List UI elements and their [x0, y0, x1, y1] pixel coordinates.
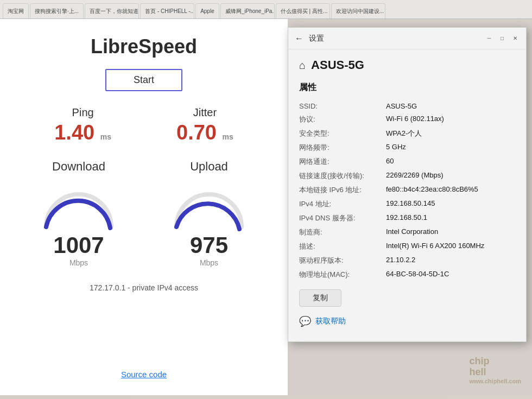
download-unit: Mbps [69, 258, 88, 267]
tab-baidu[interactable]: 百度一下，你就知道 [85, 3, 139, 18]
upload-gauge: Upload 975 Mbps [166, 160, 252, 267]
wifi-home-icon: ⌂ [299, 59, 306, 72]
property-value: ASUS-5G [386, 100, 515, 112]
property-row: 本地链接 IPv6 地址:fe80::b4c4:23ea:c80:8cB6%5 [299, 183, 515, 197]
jitter-value: 0.70 ms [176, 121, 233, 144]
property-value: 21.10.2.2 [386, 254, 515, 268]
settings-title-text: 设置 [309, 34, 324, 43]
copy-button[interactable]: 复制 [299, 289, 341, 307]
property-row: 安全类型:WPA2-个人 [299, 126, 515, 141]
property-row: 网络频带:5 GHz [299, 141, 515, 155]
property-key: 安全类型: [299, 126, 386, 141]
property-row: 物理地址(MAC):64-BC-58-04-5D-1C [299, 268, 515, 282]
property-row: 制造商:Intel Corporation [299, 225, 515, 239]
start-button[interactable]: Start [105, 69, 182, 91]
metrics-row: Ping 1.40 ms Jitter 0.70 ms [54, 106, 233, 144]
chiphell-watermark: chiphell www.chiphell.com [469, 356, 521, 384]
property-row: 网络通道:60 [299, 155, 515, 169]
settings-panel: ← 设置 ─ □ ✕ ⌂ ASUS-5G 属性 SSID:ASUS-5G协议:W… [288, 27, 527, 342]
property-key: IPv4 DNS 服务器: [299, 211, 386, 225]
property-key: 网络通道: [299, 155, 386, 169]
property-row: 描述:Intel(R) Wi-Fi 6 AX200 160MHz [299, 239, 515, 254]
upload-value: 975 [190, 232, 228, 258]
tab-sougou[interactable]: 搜狗搜索引擎·上... [30, 3, 84, 18]
tab-cbc[interactable]: 欢迎访问中国建设... [331, 3, 385, 18]
property-value: WPA2-个人 [386, 126, 515, 141]
property-key: 制造商: [299, 225, 386, 239]
tab-chiphell[interactable]: 首页 - CHIPHELL -... [140, 3, 194, 18]
jitter-label: Jitter [193, 106, 217, 119]
speed-row: Download 1007 Mbps Upload [35, 160, 252, 267]
settings-titlebar: ← 设置 ─ □ ✕ [288, 28, 526, 49]
settings-window-controls: ─ □ ✕ [485, 34, 520, 43]
wifi-name: ASUS-5G [311, 58, 364, 72]
property-row: IPv4 DNS 服务器:192.168.50.1 [299, 211, 515, 225]
ping-label: Ping [72, 106, 94, 119]
tab-taobao[interactable]: 淘宝网 [3, 3, 29, 18]
property-value: fe80::b4c4:23ea:c80:8cB6%5 [386, 183, 515, 197]
property-key: 协议: [299, 112, 386, 126]
screenshot-area: LibreSpeed Start Ping 1.40 ms Jitter 0.7… [0, 19, 532, 395]
tab-apple[interactable]: Apple [195, 3, 219, 18]
close-button[interactable]: ✕ [511, 34, 520, 43]
browser-tabs-bar: 淘宝网 搜狗搜索引擎·上... 百度一下，你就知道 首页 - CHIPHELL … [0, 0, 532, 19]
property-value: 60 [386, 155, 515, 169]
help-section: 💬 获取帮助 [299, 315, 515, 327]
property-key: 网络频带: [299, 141, 386, 155]
download-label: Download [52, 160, 105, 174]
property-value: 2269/2269 (Mbps) [386, 169, 515, 183]
property-row: 协议:Wi-Fi 6 (802.11ax) [299, 112, 515, 126]
property-key: 链接速度(接收/传输): [299, 169, 386, 183]
property-key: 本地链接 IPv6 地址: [299, 183, 386, 197]
property-value: 64-BC-58-04-5D-1C [386, 268, 515, 282]
property-row: IPv4 地址:192.168.50.145 [299, 197, 515, 211]
property-table: SSID:ASUS-5G协议:Wi-Fi 6 (802.11ax)安全类型:WP… [299, 100, 515, 282]
minimize-button[interactable]: ─ [485, 34, 493, 43]
librespeed-page: LibreSpeed Start Ping 1.40 ms Jitter 0.7… [0, 19, 288, 395]
help-icon: 💬 [299, 315, 311, 327]
property-key: SSID: [299, 100, 386, 112]
property-key: IPv4 地址: [299, 197, 386, 211]
librespeed-browser: LibreSpeed Start Ping 1.40 ms Jitter 0.7… [0, 19, 288, 395]
property-row: 链接速度(接收/传输):2269/2269 (Mbps) [299, 169, 515, 183]
section-title: 属性 [299, 82, 515, 93]
wifi-header: ⌂ ASUS-5G [299, 58, 515, 72]
property-value: 5 GHz [386, 141, 515, 155]
settings-body: ⌂ ASUS-5G 属性 SSID:ASUS-5G协议:Wi-Fi 6 (802… [288, 49, 526, 341]
property-value: 192.168.50.1 [386, 211, 515, 225]
settings-back-button[interactable]: ← [295, 34, 303, 43]
jitter-metric: Jitter 0.70 ms [176, 106, 233, 144]
upload-gauge-svg [166, 178, 252, 232]
source-code-link[interactable]: Source code [121, 370, 167, 379]
property-value: Intel Corporation [386, 225, 515, 239]
property-key: 驱动程序版本: [299, 254, 386, 268]
ping-metric: Ping 1.40 ms [54, 106, 111, 144]
download-value: 1007 [53, 232, 104, 258]
maximize-button[interactable]: □ [498, 34, 506, 43]
property-value: Wi-Fi 6 (802.11ax) [386, 112, 515, 126]
property-key: 物理地址(MAC): [299, 268, 386, 282]
property-value: Intel(R) Wi-Fi 6 AX200 160MHz [386, 239, 515, 254]
property-row: SSID:ASUS-5G [299, 100, 515, 112]
upload-label: Upload [190, 160, 228, 174]
librespeed-title: LibreSpeed [91, 35, 197, 58]
tab-weifeng[interactable]: 威锋网_iPhone_iPa... [220, 3, 275, 18]
download-gauge: Download 1007 Mbps [35, 160, 122, 267]
ping-value: 1.40 ms [54, 121, 111, 144]
property-row: 驱动程序版本:21.10.2.2 [299, 254, 515, 268]
property-value: 192.168.50.145 [386, 197, 515, 211]
property-key: 描述: [299, 239, 386, 254]
tab-smzdm[interactable]: 什么值得买 | 高性... [276, 3, 330, 18]
help-link[interactable]: 获取帮助 [315, 316, 346, 326]
upload-unit: Mbps [200, 258, 218, 267]
settings-titlebar-left: ← 设置 [295, 34, 324, 43]
download-gauge-svg [35, 178, 122, 232]
ip-info: 172.17.0.1 - private IPv4 access [90, 283, 198, 292]
